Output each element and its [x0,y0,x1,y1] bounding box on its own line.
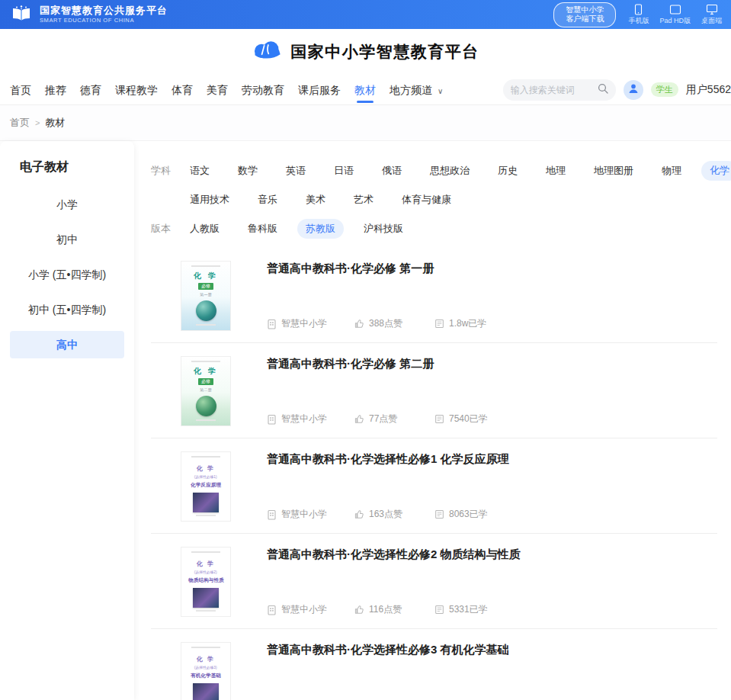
book-cover[interactable]: 化 学 (选择性必修2) 物质结构与性质 [181,547,230,616]
desktop-version-link[interactable]: 桌面端 [701,4,722,26]
username[interactable]: 用户5562 [686,83,731,97]
nav-item[interactable]: 体育 [165,75,200,105]
nav-item[interactable]: 首页 [3,75,38,105]
sidebar-ebook: 电子教材 小学 初中 小学 (五•四学制) 初中 (五•四学制) 高中 [0,141,134,700]
version-filter-row: 版本 人教版 鲁科版 苏教版 沪科技版 [151,219,717,239]
version-filter-item[interactable]: 鲁科版 [239,219,286,239]
subject-filter-row2: 通用技术 音乐 美术 艺术 体育与健康 [181,190,717,210]
sidebar-title: 电子教材 [0,141,134,183]
person-icon [627,82,640,98]
subject-filter-item[interactable]: 地理图册 [585,161,642,181]
sidebar-item[interactable]: 小学 [10,191,124,218]
nav-item-label: 课后服务 [298,84,341,96]
breadcrumb-separator: > [35,118,40,127]
subject-filter-item[interactable]: 英语 [277,161,314,181]
user-avatar[interactable] [624,80,643,100]
client-download-button[interactable]: 智慧中小学 客户端下载 [553,2,616,27]
subject-filter-item[interactable]: 历史 [489,161,526,181]
version-filter-item[interactable]: 人教版 [181,219,228,239]
thumbs-up-icon [354,509,364,519]
book-stats: 智慧中小学 116点赞 [267,603,717,616]
globe-image [196,396,216,416]
book-cover[interactable]: 化 学 (选择性必修3) 有机化学基础 [181,643,230,700]
book-cover[interactable]: 化 学 必修 第二册 [181,357,230,425]
cover-top-decoration [191,265,220,267]
search-icon[interactable] [598,83,608,97]
cover-module-name: 有机化学基础 [191,672,221,679]
book-title[interactable]: 普通高中教科书·化学选择性必修3 有机化学基础 [267,643,717,657]
cover-badge: 必修 [198,283,213,290]
book-source: 智慧中小学 [267,317,354,330]
sidebar-item[interactable]: 小学 (五•四学制) [10,261,124,288]
nav-item-label: 课程教学 [115,84,158,96]
nav-item-label: 首页 [10,84,31,96]
book-cover[interactable]: 化 学 (选择性必修1) 化学反应原理 [181,452,230,521]
site-title: 国家中小学智慧教育平台 [290,41,479,63]
subject-filter-item[interactable]: 艺术 [345,190,382,210]
nav-item[interactable]: 德育 [73,75,108,105]
chevron-down-icon: ∨ [438,87,443,95]
book-likes[interactable]: 163点赞 [354,508,434,521]
cover-module-name: 物质结构与性质 [188,576,224,584]
search-input[interactable] [511,85,598,95]
nav-item[interactable]: 推荐 [38,75,73,105]
subject-filter-item[interactable]: 数学 [229,161,266,181]
pad-hd-version-link[interactable]: Pad HD版 [659,4,691,26]
book-learned: 8063已学 [434,508,488,521]
book-stats: 智慧中小学 77点赞 [267,413,717,425]
subject-filter-item[interactable]: 美术 [297,190,334,210]
subject-filter-item[interactable]: 地理 [537,161,574,181]
book-cover[interactable]: 化 学 必修 第一册 [181,262,230,330]
book-title[interactable]: 普通高中教科书·化学必修 第一册 [267,262,717,276]
cover-subject-title: 化 学 [197,464,215,473]
book-likes[interactable]: 77点赞 [354,413,434,425]
book-title[interactable]: 普通高中教科书·化学选择性必修1 化学反应原理 [267,452,717,467]
cover-series: (选择性必修2) [194,570,217,575]
search-box[interactable] [503,79,616,101]
platform-name: 国家智慧教育公共服务平台 [40,5,168,17]
cover-image [193,493,219,512]
cover-top-decoration [191,456,220,458]
book-title[interactable]: 普通高中教科书·化学必修 第二册 [267,357,717,371]
version-filter-item[interactable]: 苏教版 [297,219,344,239]
mobile-version-link[interactable]: 手机版 [628,4,649,26]
top-service-bar: 国家智慧教育公共服务平台 SMART EDUCATION OF CHINA 智慧… [0,0,731,29]
nav-item[interactable]: 教材 [348,75,383,105]
subject-filter-item[interactable]: 日语 [325,161,362,181]
platform-logo: 国家智慧教育公共服务平台 SMART EDUCATION OF CHINA [9,5,168,24]
site-header: 国家中小学智慧教育平台 [0,29,731,75]
device-links: 手机版 Pad HD版 桌面端 [628,4,722,26]
subject-filter-item[interactable]: 语文 [181,161,218,181]
subject-filter-item[interactable]: 物理 [653,161,690,181]
book-likes[interactable]: 388点赞 [354,317,434,330]
breadcrumb-home[interactable]: 首页 [10,116,30,130]
sidebar-item[interactable]: 初中 (五•四学制) [10,296,124,323]
subject-filter-item[interactable]: 通用技术 [181,190,238,210]
nav-item[interactable]: 地方频道 ∨ [383,75,450,105]
subject-filter-item[interactable]: 思想政治 [422,161,478,181]
cover-image [193,683,219,700]
nav-item[interactable]: 劳动教育 [235,75,291,105]
subject-filter-row1: 学科 语文 数学 英语 日语 俄语 思想政治 历史 地理 地理图册 物理 [151,161,717,181]
subject-filter-item[interactable]: 化学 [701,161,731,181]
subject-filter-item[interactable]: 音乐 [249,190,286,210]
nav-item[interactable]: 课程教学 [108,75,165,105]
nav-item[interactable]: 美育 [200,75,235,105]
globe-image [196,300,216,321]
cover-publisher-decoration [196,610,216,612]
subject-filter-item[interactable]: 体育与健康 [393,190,460,210]
role-badge: 学生 [651,82,678,97]
breadcrumb-current: 教材 [45,116,65,130]
thumbs-up-icon [354,605,364,615]
book-likes[interactable]: 116点赞 [354,603,434,616]
book-list-item: 化 学 (选择性必修2) 物质结构与性质 普通高中教科书·化学选择性必修2 物质… [151,534,717,629]
version-filter-item[interactable]: 沪科技版 [355,219,412,239]
book-source: 智慧中小学 [267,508,354,521]
book-title[interactable]: 普通高中教科书·化学选择性必修2 物质结构与性质 [267,547,717,562]
sidebar-item[interactable]: 初中 [10,226,124,253]
sidebar-item[interactable]: 高中 [10,331,124,358]
subject-filter-item[interactable]: 俄语 [374,161,410,181]
nav-item[interactable]: 课后服务 [291,75,348,105]
nav-item-label: 地方频道 [390,84,432,96]
book-source: 智慧中小学 [267,413,354,425]
